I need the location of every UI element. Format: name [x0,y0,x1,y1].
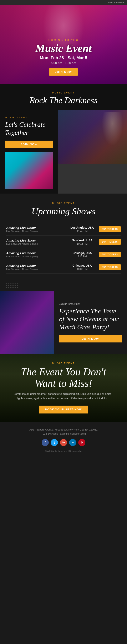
dj-image [58,110,127,164]
footer-legal: © All Rights Reserved | Unsubscribe [4,450,123,452]
footer: AD67 Superb Avenue, First Street, New Yo… [0,422,127,456]
show-city: New York, USA [66,238,99,242]
table-row: Amazing Live Show Live Show and Albums S… [6,236,121,248]
rock-label: MUSIC EVENT [4,92,123,94]
celebrate-join-button[interactable]: JOIN NOW [5,140,53,148]
show-time: 11:45 PM [66,230,99,232]
show-info: Amazing Live Show Live Show and Albums S… [6,226,66,232]
google-plus-icon[interactable]: G+ [60,439,67,446]
footer-contact: +012 345 6789 | example@support.com [4,432,123,435]
dots-decoration [0,280,127,291]
show-name: Amazing Live Show [6,238,66,242]
top-bar: View In Browser [0,0,127,5]
show-info: Amazing Live Show Live Show and Albums S… [6,264,66,270]
show-city: Chicago, USA [66,264,99,267]
event-banner-content: MUSIC EVENT The Event You Don't Want to … [13,362,114,414]
table-row: Amazing Live Show Live Show and Albums S… [6,261,121,274]
show-type: Live Show and Albums Signing [6,268,66,270]
show-time: 10:15 PM [66,242,99,245]
upcoming-section: MUSIC EVENT Upcoming Shows Amazing Live … [0,194,127,280]
show-time: 5:15 PM [66,255,99,258]
mardi-content: Join us for the fun! Experience The Tast… [54,291,127,354]
event-banner-title: The Event You Don't Want to Miss! [13,366,114,389]
dots-grid [6,283,18,288]
celebrate-left: MUSIC EVENT Let's Celebrate Together JOI… [0,110,58,194]
portrait-image [5,152,53,190]
show-city: Los Angles, USA [66,226,99,229]
hero-subtitle: COMING TO YOU [35,38,92,42]
celebrate-title: Let's Celebrate Together [5,120,53,136]
celebrate-section: MUSIC EVENT Let's Celebrate Together JOI… [0,110,127,194]
rock-section: MUSIC EVENT Rock The Darkness [0,84,127,110]
show-location: Los Angles, USA 11:45 PM [66,226,99,232]
buy-tickets-button[interactable]: BUY TICKETS [99,226,121,232]
table-row: Amazing Live Show Live Show and Albums S… [6,223,121,236]
hero-time: 5:00 pm - 1:30 am [35,61,92,64]
event-banner-text: Lorem ipsum dolor sit amet, consectetur … [13,392,112,400]
celebrate-label: MUSIC EVENT [5,116,53,119]
book-seat-button[interactable]: BOOK YOUR SEAT NOW [39,406,88,414]
buy-tickets-button[interactable]: BUY TICKETS [99,264,121,270]
show-name: Amazing Live Show [6,251,66,255]
mardi-title: Experience The Taste of New Orleans at o… [59,307,122,331]
hero-dates: Mon, Feb 28 - Sat, Mar 5 [35,56,92,60]
linkedin-icon[interactable]: in [69,439,76,446]
show-type: Live Show and Albums Signing [6,255,66,258]
show-location: Chicago, USA 5:15 PM [66,251,99,258]
upcoming-title: Upcoming Shows [6,206,121,216]
hero-title: Music Event [35,42,92,54]
dj-figure [100,112,125,150]
upcoming-label: MUSIC EVENT [6,202,121,204]
mardi-person [0,291,54,354]
show-name: Amazing Live Show [6,264,66,268]
hero-content: COMING TO YOU Music Event Mon, Feb 28 - … [35,38,92,76]
show-info: Amazing Live Show Live Show and Albums S… [6,251,66,258]
dj-image-container [58,110,127,194]
buy-tickets-button[interactable]: BUY TICKETS [99,252,121,257]
pinterest-icon[interactable]: P [78,439,85,446]
show-type: Live Show and Albums Signing [6,230,66,232]
show-city: Chicago, USA [66,251,99,254]
show-info: Amazing Live Show Live Show and Albums S… [6,238,66,245]
join-fun-label: Join us for the fun! [59,302,122,306]
hero-join-button[interactable]: JOIN NOW [49,68,78,76]
show-location: New York, USA 10:15 PM [66,238,99,245]
show-name: Amazing Live Show [6,226,66,230]
event-banner-label: MUSIC EVENT [13,362,114,364]
twitter-icon[interactable]: t [51,439,58,446]
mardi-image [0,291,54,354]
rock-title: Rock The Darkness [4,96,123,105]
show-type: Live Show and Albums Signing [6,242,66,245]
show-time: 10:00 PM [66,268,99,270]
upcoming-header: MUSIC EVENT Upcoming Shows [6,202,121,216]
footer-address: AD67 Superb Avenue, First Street, New Yo… [4,428,123,431]
show-location: Chicago, USA 10:00 PM [66,264,99,270]
mardi-section: Join us for the fun! Experience The Tast… [0,291,127,354]
mardi-join-button[interactable]: JOIN NOW [59,335,122,342]
event-banner: MUSIC EVENT The Event You Don't Want to … [0,354,127,422]
hero-section: COMING TO YOU Music Event Mon, Feb 28 - … [0,5,127,84]
buy-tickets-button[interactable]: BUY TICKETS [99,239,121,245]
view-in-browser-link[interactable]: View In Browser [108,1,124,4]
social-icons: f t G+ in P [4,439,123,446]
shows-list: Amazing Live Show Live Show and Albums S… [6,223,121,274]
facebook-icon[interactable]: f [42,439,49,446]
table-row: Amazing Live Show Live Show and Albums S… [6,248,121,261]
